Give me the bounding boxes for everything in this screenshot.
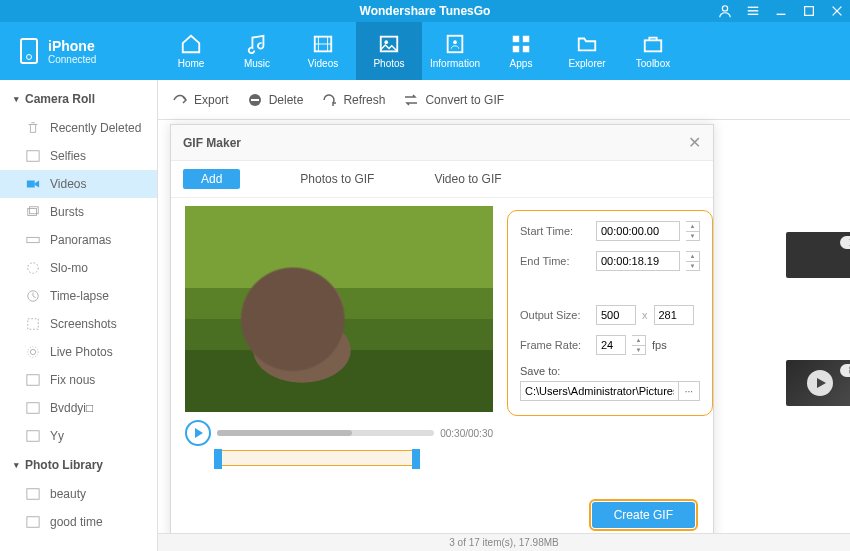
nav-apps[interactable]: Apps bbox=[488, 22, 554, 80]
save-path-input[interactable] bbox=[520, 381, 679, 401]
clock-icon bbox=[24, 289, 42, 303]
device-status: Connected bbox=[48, 54, 96, 65]
settings-box: Start Time: ▲▼ End Time: ▲▼ Output Size: bbox=[507, 210, 713, 416]
menu-icon[interactable] bbox=[746, 4, 760, 18]
image-icon bbox=[24, 149, 42, 163]
export-button[interactable]: Export bbox=[172, 92, 229, 108]
svg-rect-28 bbox=[27, 431, 39, 442]
frame-rate-label: Frame Rate: bbox=[520, 339, 590, 351]
sidebar-item-goodtime[interactable]: good time bbox=[0, 508, 157, 536]
start-time-input[interactable] bbox=[596, 221, 680, 241]
nav-toolbox[interactable]: Toolbox bbox=[620, 22, 686, 80]
play-button[interactable] bbox=[185, 420, 211, 446]
sidebar-item-screenshots[interactable]: Screenshots bbox=[0, 310, 157, 338]
svg-rect-11 bbox=[513, 36, 519, 42]
sidebar-item-bvddyi[interactable]: Bvddyi□ bbox=[0, 394, 157, 422]
sidebar-item-fixnous[interactable]: Fix nous bbox=[0, 366, 157, 394]
app-title: Wondershare TunesGo bbox=[360, 4, 491, 18]
sidebar-item-beauty[interactable]: beauty bbox=[0, 480, 157, 508]
sidebar-item-livephotos[interactable]: Live Photos bbox=[0, 338, 157, 366]
photo-icon bbox=[378, 33, 400, 55]
tab-photos-to-gif[interactable]: Photos to GIF bbox=[300, 172, 374, 186]
svg-rect-3 bbox=[748, 14, 759, 15]
film-icon bbox=[312, 33, 334, 55]
svg-rect-13 bbox=[513, 46, 519, 52]
svg-point-24 bbox=[30, 349, 35, 354]
home-icon bbox=[180, 33, 202, 55]
fps-stepper[interactable]: ▲▼ bbox=[632, 335, 646, 355]
trash-icon bbox=[24, 121, 42, 135]
sidebar-item-recently-deleted[interactable]: Recently Deleted bbox=[0, 114, 157, 142]
nav-home[interactable]: Home bbox=[158, 22, 224, 80]
time-display: 00:30/00:30 bbox=[440, 428, 493, 439]
toolbar: Export Delete Refresh Convert to GIF bbox=[158, 80, 850, 120]
nav-photos[interactable]: Photos bbox=[356, 22, 422, 80]
sidebar-item-yy[interactable]: Yy bbox=[0, 422, 157, 450]
svg-rect-30 bbox=[27, 517, 39, 528]
scrubber[interactable] bbox=[217, 430, 434, 436]
user-icon[interactable] bbox=[718, 4, 732, 18]
end-time-input[interactable] bbox=[596, 251, 680, 271]
image-icon bbox=[24, 401, 42, 415]
stack-icon bbox=[24, 205, 42, 219]
svg-point-21 bbox=[28, 263, 39, 274]
folder-icon bbox=[576, 33, 598, 55]
svg-rect-5 bbox=[805, 7, 814, 16]
video-thumb-1[interactable]: 1 bbox=[786, 232, 850, 278]
svg-rect-16 bbox=[27, 151, 39, 162]
x-separator: x bbox=[642, 309, 648, 321]
nav-music[interactable]: Music bbox=[224, 22, 290, 80]
maximize-icon[interactable] bbox=[802, 4, 816, 18]
video-thumb-2[interactable]: 8 bbox=[786, 360, 850, 406]
fps-input[interactable] bbox=[596, 335, 626, 355]
end-stepper[interactable]: ▲▼ bbox=[686, 251, 700, 271]
sidebar-group-camera-roll[interactable]: Camera Roll bbox=[0, 84, 157, 114]
svg-point-25 bbox=[28, 347, 39, 358]
nav-information[interactable]: Information bbox=[422, 22, 488, 80]
svg-rect-14 bbox=[523, 46, 529, 52]
sidebar-item-timelapse[interactable]: Time-lapse bbox=[0, 282, 157, 310]
range-handle-right[interactable] bbox=[412, 449, 420, 469]
create-gif-button[interactable]: Create GIF bbox=[592, 502, 695, 528]
sidebar-item-bursts[interactable]: Bursts bbox=[0, 198, 157, 226]
titlebar: Wondershare TunesGo bbox=[0, 0, 850, 22]
image-icon bbox=[24, 429, 42, 443]
svg-rect-17 bbox=[27, 181, 35, 188]
fps-unit: fps bbox=[652, 339, 667, 351]
tab-video-to-gif[interactable]: Video to GIF bbox=[434, 172, 501, 186]
svg-rect-32 bbox=[251, 99, 259, 101]
height-input[interactable] bbox=[654, 305, 694, 325]
top-nav: iPhone Connected Home Music Videos Photo… bbox=[0, 22, 850, 80]
badge: 1 bbox=[840, 236, 850, 249]
sidebar-item-selfies[interactable]: Selfies bbox=[0, 142, 157, 170]
export-icon bbox=[172, 92, 188, 108]
music-icon bbox=[246, 33, 268, 55]
refresh-icon bbox=[321, 92, 337, 108]
delete-button[interactable]: Delete bbox=[247, 92, 304, 108]
image-icon bbox=[24, 487, 42, 501]
svg-point-8 bbox=[384, 40, 388, 44]
close-icon[interactable] bbox=[830, 4, 844, 18]
start-stepper[interactable]: ▲▼ bbox=[686, 221, 700, 241]
end-time-label: End Time: bbox=[520, 255, 590, 267]
range-handle-left[interactable] bbox=[214, 449, 222, 469]
refresh-button[interactable]: Refresh bbox=[321, 92, 385, 108]
width-input[interactable] bbox=[596, 305, 636, 325]
capture-icon bbox=[24, 317, 42, 331]
nav-videos[interactable]: Videos bbox=[290, 22, 356, 80]
convert-button[interactable]: Convert to GIF bbox=[403, 92, 504, 108]
sidebar-item-videos[interactable]: Videos bbox=[0, 170, 157, 198]
browse-button[interactable]: ··· bbox=[679, 381, 700, 401]
minimize-icon[interactable] bbox=[774, 4, 788, 18]
add-button[interactable]: Add bbox=[183, 169, 240, 189]
device-box[interactable]: iPhone Connected bbox=[0, 22, 158, 80]
sidebar: Camera Roll Recently Deleted Selfies Vid… bbox=[0, 80, 158, 551]
image-icon bbox=[24, 373, 42, 387]
image-icon bbox=[24, 515, 42, 529]
nav-explorer[interactable]: Explorer bbox=[554, 22, 620, 80]
sidebar-item-panoramas[interactable]: Panoramas bbox=[0, 226, 157, 254]
selection-range[interactable] bbox=[217, 450, 417, 466]
close-icon[interactable]: ✕ bbox=[688, 133, 701, 152]
sidebar-group-photo-library[interactable]: Photo Library bbox=[0, 450, 157, 480]
sidebar-item-slomo[interactable]: Slo-mo bbox=[0, 254, 157, 282]
